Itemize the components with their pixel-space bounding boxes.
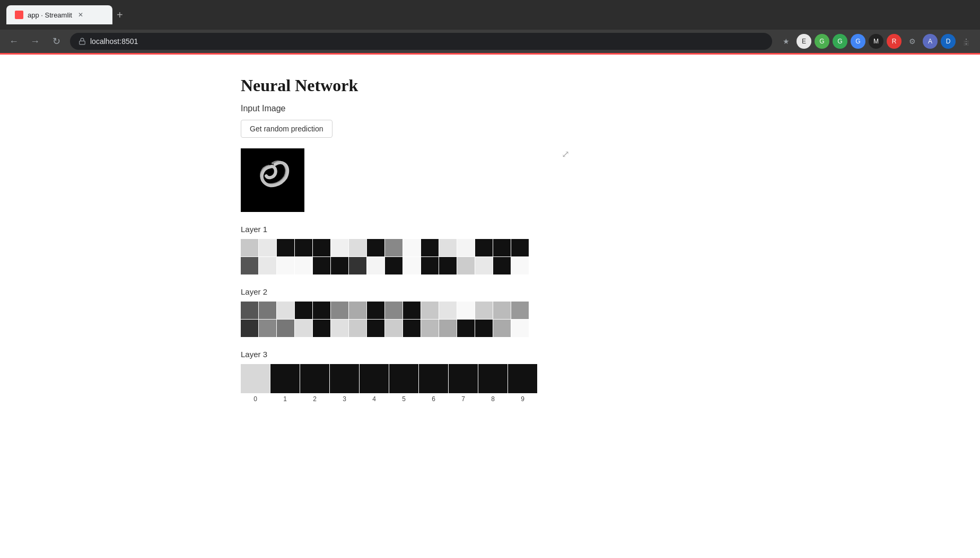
layer-3-cell-3 <box>330 364 359 393</box>
layer-1-cell-0-14 <box>493 239 511 256</box>
layer-2-cell-0-13 <box>475 302 493 319</box>
layer-2-cell-0-14 <box>493 302 511 319</box>
layer-1-cell-1-11 <box>439 257 457 274</box>
layer-2-cell-0-7 <box>367 302 384 319</box>
browser-chrome: app · Streamlit ✕ + <box>0 0 980 30</box>
layer-1-cell-0-9 <box>403 239 421 256</box>
layer-1-cell-1-7 <box>367 257 384 274</box>
layer-3-label-4: 4 <box>360 395 389 403</box>
layer-1-cell-0-6 <box>349 239 366 256</box>
layer-3-cell-7 <box>449 364 478 393</box>
layer-3-label-8: 8 <box>478 395 508 403</box>
hamburger-menu-btn[interactable]: ≡ <box>963 37 969 49</box>
layer-2-label: Layer 2 <box>241 287 742 296</box>
layer-3-cell-2 <box>300 364 329 393</box>
layer-1-row-1 <box>241 257 742 274</box>
layer-2-cell-1-15 <box>511 320 529 337</box>
layer-2-section: Layer 2 <box>241 287 742 337</box>
layer-1-cell-1-4 <box>313 257 330 274</box>
layer-1-cell-0-11 <box>439 239 457 256</box>
reload-btn[interactable]: ↻ <box>49 34 64 49</box>
layer-3-output: 0123456789 <box>241 364 742 403</box>
expand-icon[interactable]: ⤢ <box>562 148 570 160</box>
ext1-btn[interactable]: E <box>797 34 811 49</box>
layer-3-label-1: 1 <box>270 395 300 403</box>
layer-2-cell-0-10 <box>421 302 439 319</box>
browser-tab[interactable]: app · Streamlit ✕ <box>6 5 112 24</box>
url-text: localhost:8501 <box>90 37 138 46</box>
ext6-btn[interactable]: R <box>887 34 902 49</box>
layer-2-grid <box>241 302 742 337</box>
ext3-btn[interactable]: G <box>833 34 847 49</box>
get-random-prediction-button[interactable]: Get random prediction <box>241 120 332 138</box>
ext5-btn[interactable]: M <box>869 34 883 49</box>
layer-1-cell-0-0 <box>241 239 258 256</box>
layer-1-cell-0-4 <box>313 239 330 256</box>
layer-2-cell-0-5 <box>331 302 348 319</box>
layer-1-cell-0-12 <box>457 239 475 256</box>
layer-1-cell-0-1 <box>259 239 276 256</box>
layer-2-cell-1-10 <box>421 320 439 337</box>
ext7-btn[interactable]: ⚙ <box>905 34 920 49</box>
ext2-btn[interactable]: G <box>815 34 829 49</box>
layer-1-label: Layer 1 <box>241 225 742 234</box>
layer-1-cell-1-10 <box>421 257 439 274</box>
input-image-container: ⤢ <box>241 148 304 212</box>
tab-bar: app · Streamlit ✕ + <box>6 5 123 24</box>
layer-2-cell-1-12 <box>457 320 475 337</box>
lock-icon <box>78 38 86 45</box>
layer-3-cell-1 <box>270 364 300 393</box>
layer-2-cell-1-11 <box>439 320 457 337</box>
layer-3-cell-5 <box>389 364 418 393</box>
layer-3-cell-0 <box>241 364 270 393</box>
layer-1-cell-1-2 <box>277 257 294 274</box>
layer-2-cell-0-1 <box>259 302 276 319</box>
layer-1-cell-0-3 <box>295 239 312 256</box>
layer-1-cell-1-12 <box>457 257 475 274</box>
layer-2-cell-0-3 <box>295 302 312 319</box>
layer-3-label-6: 6 <box>419 395 448 403</box>
layer-2-cell-0-6 <box>349 302 366 319</box>
profile-btn[interactable]: D <box>941 34 956 49</box>
layer-1-cell-1-9 <box>403 257 421 274</box>
layer-3-label: Layer 3 <box>241 350 742 359</box>
layer-1-cell-0-7 <box>367 239 384 256</box>
layer-3-cell-9 <box>508 364 537 393</box>
layer-2-cell-0-9 <box>403 302 421 319</box>
layer-2-cell-1-1 <box>259 320 276 337</box>
layer-3-cell-8 <box>478 364 508 393</box>
back-btn[interactable]: ← <box>6 34 21 49</box>
layer-2-cell-1-9 <box>403 320 421 337</box>
input-image-label: Input Image <box>241 104 742 113</box>
layer-2-cell-0-12 <box>457 302 475 319</box>
layer-2-row-1 <box>241 320 742 337</box>
forward-btn[interactable]: → <box>28 34 42 49</box>
layer-3-labels: 0123456789 <box>241 395 742 403</box>
layer-2-cell-1-7 <box>367 320 384 337</box>
svg-rect-0 <box>80 41 85 44</box>
layer-1-cell-1-3 <box>295 257 312 274</box>
layer-3-label-0: 0 <box>241 395 270 403</box>
ext8-btn[interactable]: A <box>923 34 938 49</box>
layer-1-cell-1-6 <box>349 257 366 274</box>
input-image <box>241 148 304 212</box>
new-tab-btn[interactable]: + <box>117 9 123 21</box>
layer-2-cell-0-4 <box>313 302 330 319</box>
layer-2-row-0 <box>241 302 742 319</box>
address-bar[interactable]: localhost:8501 <box>70 33 772 50</box>
layer-1-cell-1-15 <box>511 257 529 274</box>
layer-2-cell-1-3 <box>295 320 312 337</box>
layer-1-cell-1-13 <box>475 257 493 274</box>
tab-close-btn[interactable]: ✕ <box>76 11 85 19</box>
layer-2-cell-1-13 <box>475 320 493 337</box>
layer-2-cell-1-0 <box>241 320 258 337</box>
layer-3-label-2: 2 <box>300 395 329 403</box>
ext4-btn[interactable]: G <box>851 34 865 49</box>
tab-favicon <box>15 11 23 19</box>
layer-1-section: Layer 1 <box>241 225 742 274</box>
bookmark-btn[interactable]: ★ <box>778 34 793 49</box>
layer-3-cell-6 <box>419 364 448 393</box>
layer-3-label-3: 3 <box>330 395 359 403</box>
browser-actions: ★ E G G G M R ⚙ A D ⋮ <box>778 34 974 49</box>
tab-title: app · Streamlit <box>28 11 72 19</box>
